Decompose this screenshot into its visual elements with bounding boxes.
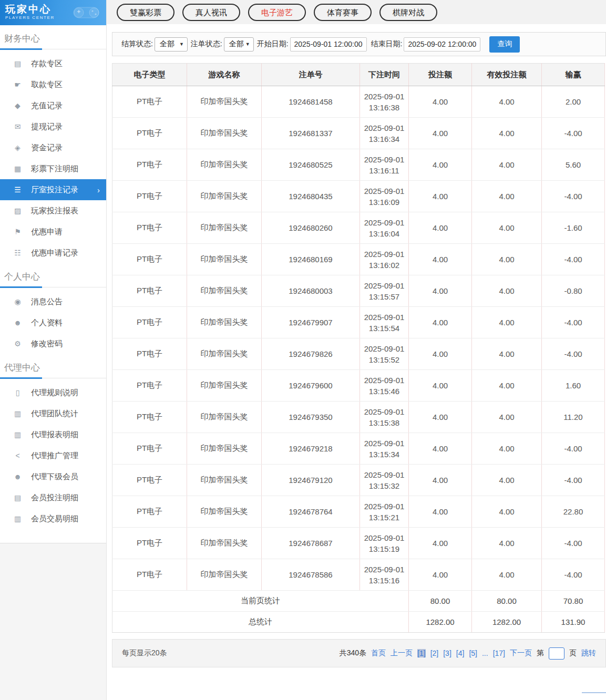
table-row: PT电子印加帝国头奖19246813372025-09-0113:16:344.… — [112, 118, 605, 149]
sidebar-item[interactable]: ▤会员投注明细 — [0, 487, 106, 508]
cell-valid-amount: 4.00 — [472, 559, 542, 591]
sidebar-item-active[interactable]: ☰厅室投注记录› — [0, 179, 106, 200]
sidebar-item[interactable]: ▥会员交易明细 — [0, 508, 106, 529]
total-summary-winloss: 131.90 — [542, 612, 605, 633]
sidebar-item[interactable]: ▥代理团队统计 — [0, 403, 106, 424]
cell-valid-amount: 4.00 — [472, 307, 542, 338]
cell-win-loss: 2.00 — [542, 86, 605, 118]
sidebar-item[interactable]: ◆充值记录 — [0, 95, 106, 116]
jump-button[interactable]: 跳转 — [581, 648, 596, 658]
page-number-link[interactable]: [1] — [417, 649, 426, 657]
query-button[interactable]: 查询 — [489, 36, 520, 53]
category-tabbar: 雙赢彩票真人视讯电子游艺体育赛事棋牌对战 — [107, 0, 606, 24]
cell-win-loss: 11.20 — [542, 402, 605, 433]
cell-win-loss: 5.60 — [542, 149, 605, 181]
page-number-link[interactable]: [17] — [493, 649, 505, 657]
settle-status-label: 结算状态: — [121, 39, 153, 49]
cell-bet-time: 2025-09-0113:15:38 — [360, 402, 409, 433]
cell-amount: 4.00 — [409, 433, 472, 465]
table-row: PT电子印加帝国头奖19246804352025-09-0113:16:094.… — [112, 181, 605, 212]
jump-suffix-label: 页 — [569, 648, 577, 658]
bet-clock: 13:15:34 — [360, 449, 408, 460]
order-status-value: 全部 — [229, 39, 244, 49]
sidebar-item[interactable]: ✉提现记录 — [0, 116, 106, 137]
page-number-link[interactable]: [2] — [430, 649, 439, 657]
sidebar-menu: ◉消息公告☻个人资料⚙修改密码 — [0, 287, 106, 354]
gift-flag-icon: ⚑ — [13, 228, 22, 236]
sidebar-item[interactable]: ⚙修改密码 — [0, 333, 106, 354]
tab-item[interactable]: 雙赢彩票 — [117, 4, 174, 21]
bell-icon: ◉ — [13, 297, 22, 306]
prev-page-link[interactable]: 上一页 — [391, 648, 413, 658]
sidebar-item[interactable]: ▦彩票下注明细 — [0, 158, 106, 179]
settle-status-select[interactable]: 全部 ▼ — [155, 37, 188, 52]
order-status-select[interactable]: 全部 ▼ — [224, 37, 254, 52]
sidebar-menu: ▤存款专区☛取款专区◆充值记录✉提现记录◈资金记录▦彩票下注明细☰厅室投注记录›… — [0, 49, 106, 263]
sidebar-item[interactable]: <代理推广管理 — [0, 445, 106, 466]
start-date-input[interactable] — [290, 37, 367, 52]
chevron-right-icon: › — [97, 186, 100, 194]
document-icon: ▯ — [13, 388, 22, 397]
records-table-wrap: 电子类型游戏名称注单号下注时间投注额有效投注额输赢 PT电子印加帝国头奖1924… — [112, 63, 606, 633]
bet-clock: 13:15:16 — [360, 575, 408, 586]
cell-amount: 4.00 — [409, 86, 472, 118]
end-date-input[interactable] — [404, 37, 480, 52]
sidebar-item[interactable]: ☻代理下级会员 — [0, 466, 106, 487]
sidebar-item-label: 个人资料 — [31, 318, 63, 328]
cell-win-loss: -4.00 — [542, 118, 605, 149]
hall-records-icon: ☰ — [13, 186, 22, 194]
total-summary-row: 总统计 1282.00 1282.00 131.90 — [112, 612, 605, 633]
table-row: PT电子印加帝国头奖19246786872025-09-0113:15:194.… — [112, 528, 605, 559]
cell-type: PT电子 — [112, 465, 187, 496]
page-number-link[interactable]: [4] — [456, 649, 465, 657]
cell-valid-amount: 4.00 — [472, 528, 542, 559]
jump-page-input[interactable] — [549, 647, 564, 660]
next-page-link[interactable]: 下一页 — [510, 648, 532, 658]
tab-item[interactable]: 体育赛事 — [314, 4, 372, 21]
cell-bet-no: 1924680003 — [262, 275, 360, 307]
cell-game: 印加帝国头奖 — [187, 181, 262, 212]
gear-icon: ⚙ — [13, 339, 22, 348]
bet-clock: 13:15:32 — [360, 480, 408, 491]
sidebar-item[interactable]: ▤存款专区 — [0, 53, 106, 74]
report-chart-icon: ▨ — [13, 207, 22, 215]
cell-amount: 4.00 — [409, 149, 472, 181]
cell-bet-time: 2025-09-0113:16:34 — [360, 118, 409, 149]
sidebar-item[interactable]: ☻个人资料 — [0, 312, 106, 333]
table-row: PT电子印加帝国头奖19246792182025-09-0113:15:344.… — [112, 433, 605, 465]
tab-active[interactable]: 电子游艺 — [248, 4, 306, 21]
sidebar-item-label: 优惠申请记录 — [31, 248, 78, 258]
sidebar-item[interactable]: ▯代理规则说明 — [0, 382, 106, 403]
page-number-link[interactable]: [3] — [443, 649, 451, 657]
sidebar-item[interactable]: ▥代理报表明细 — [0, 424, 106, 445]
sidebar-item-label: 修改密码 — [31, 339, 63, 349]
moneybag-icon: ◆ — [13, 101, 22, 110]
bet-date: 2025-09-01 — [360, 312, 408, 323]
cell-amount: 4.00 — [409, 307, 472, 338]
table-row: PT电子印加帝国头奖19246791202025-09-0113:15:324.… — [112, 465, 605, 496]
cell-amount: 4.00 — [409, 465, 472, 496]
cell-amount: 4.00 — [409, 181, 472, 212]
page-number-link[interactable]: [5] — [469, 649, 477, 657]
corner-scroll-line — [582, 692, 606, 693]
sidebar-item-label: 消息公告 — [31, 297, 63, 307]
sidebar-item[interactable]: ▨玩家投注报表 — [0, 200, 106, 221]
cell-win-loss: -4.00 — [542, 338, 605, 370]
sidebar-item[interactable]: ⚑优惠申请 — [0, 221, 106, 242]
cell-type: PT电子 — [112, 86, 187, 118]
funds-icon: ◈ — [13, 143, 22, 152]
sidebar-item[interactable]: ☛取款专区 — [0, 74, 106, 95]
sidebar-filler — [0, 543, 106, 700]
lottery-detail-icon: ▦ — [13, 164, 22, 173]
tab-item[interactable]: 棋牌对战 — [379, 4, 437, 21]
table-row: PT电子印加帝国头奖19246802602025-09-0113:16:044.… — [112, 212, 605, 244]
sidebar-item[interactable]: ☷优惠申请记录 — [0, 242, 106, 263]
cell-bet-no: 1924680435 — [262, 181, 360, 212]
sidebar-item[interactable]: ◉消息公告 — [0, 291, 106, 312]
first-page-link[interactable]: 首页 — [371, 648, 386, 658]
sidebar-item-label: 玩家投注报表 — [31, 206, 78, 216]
sidebar-item[interactable]: ◈资金记录 — [0, 137, 106, 158]
bet-date: 2025-09-01 — [360, 406, 408, 417]
tab-item[interactable]: 真人视讯 — [182, 4, 240, 21]
start-date-label: 开始日期: — [257, 39, 289, 49]
